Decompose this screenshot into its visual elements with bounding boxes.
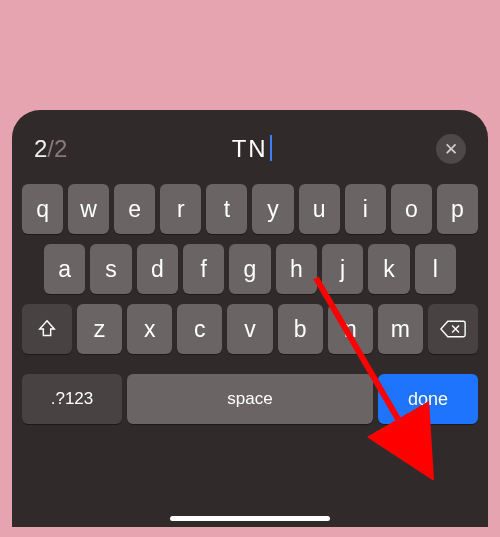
key-h[interactable]: h (276, 244, 317, 294)
key-q[interactable]: q (22, 184, 63, 234)
keyboard-row-1: q w e r t y u i o p (22, 184, 478, 234)
key-n[interactable]: n (328, 304, 373, 354)
keyboard-row-2: a s d f g h j k l (22, 244, 478, 294)
shift-key[interactable] (22, 304, 72, 354)
keyboard-header: 2/2 TN ✕ (22, 132, 478, 184)
key-y[interactable]: y (252, 184, 293, 234)
keyboard-bottom-row: .?123 space done (22, 374, 478, 424)
done-key[interactable]: done (378, 374, 478, 424)
keyboard-row-3: z x c v b n m (22, 304, 478, 354)
char-counter: 2/2 (34, 135, 67, 163)
numbers-symbols-key[interactable]: .?123 (22, 374, 122, 424)
keyboard-panel: 2/2 TN ✕ q w e r t y u i o p a s d f g h (12, 110, 488, 527)
key-g[interactable]: g (229, 244, 270, 294)
key-b[interactable]: b (278, 304, 323, 354)
key-a[interactable]: a (44, 244, 85, 294)
key-r[interactable]: r (160, 184, 201, 234)
key-o[interactable]: o (391, 184, 432, 234)
key-z[interactable]: z (77, 304, 122, 354)
text-caret (270, 135, 272, 161)
key-u[interactable]: u (299, 184, 340, 234)
home-indicator[interactable] (170, 516, 330, 521)
key-s[interactable]: s (90, 244, 131, 294)
counter-current: 2 (34, 135, 47, 162)
counter-total: 2 (54, 135, 67, 162)
key-j[interactable]: j (322, 244, 363, 294)
text-input[interactable]: TN (67, 135, 436, 163)
close-icon: ✕ (444, 139, 458, 160)
backspace-key[interactable] (428, 304, 478, 354)
key-t[interactable]: t (206, 184, 247, 234)
shift-icon (36, 318, 58, 340)
key-d[interactable]: d (137, 244, 178, 294)
key-l[interactable]: l (415, 244, 456, 294)
keyboard-rows: q w e r t y u i o p a s d f g h j k l (22, 184, 478, 424)
backspace-icon (440, 319, 466, 339)
key-x[interactable]: x (127, 304, 172, 354)
key-w[interactable]: w (68, 184, 109, 234)
key-v[interactable]: v (227, 304, 272, 354)
key-k[interactable]: k (368, 244, 409, 294)
key-e[interactable]: e (114, 184, 155, 234)
clear-button[interactable]: ✕ (436, 134, 466, 164)
key-p[interactable]: p (437, 184, 478, 234)
key-m[interactable]: m (378, 304, 423, 354)
key-c[interactable]: c (177, 304, 222, 354)
input-value: TN (232, 135, 268, 163)
space-key[interactable]: space (127, 374, 373, 424)
key-i[interactable]: i (345, 184, 386, 234)
key-f[interactable]: f (183, 244, 224, 294)
